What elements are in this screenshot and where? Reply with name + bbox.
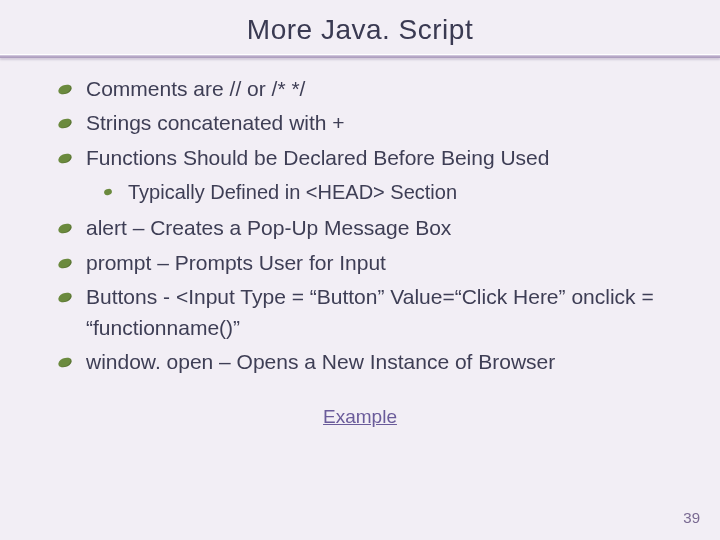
list-item: Buttons - <Input Type = “Button” Value=“…	[86, 282, 680, 343]
slide: More Java. Script Comments are // or /* …	[0, 0, 720, 540]
page-number: 39	[683, 509, 700, 526]
list-item-text: Functions Should be Declared Before Bein…	[86, 146, 549, 169]
bullet-list: Comments are // or /* */ Strings concate…	[0, 74, 720, 378]
list-item: Strings concatenated with +	[86, 108, 680, 138]
example-link[interactable]: Example	[0, 406, 720, 428]
list-item: window. open – Opens a New Instance of B…	[86, 347, 680, 377]
sub-list-item: Typically Defined in <HEAD> Section	[128, 177, 680, 207]
list-item: Comments are // or /* */	[86, 74, 680, 104]
title-underline	[0, 54, 720, 58]
list-item: prompt – Prompts User for Input	[86, 248, 680, 278]
list-item: Functions Should be Declared Before Bein…	[86, 143, 680, 207]
slide-title: More Java. Script	[0, 0, 720, 54]
sub-bullet-list: Typically Defined in <HEAD> Section	[86, 177, 680, 207]
list-item: alert – Creates a Pop-Up Message Box	[86, 213, 680, 243]
